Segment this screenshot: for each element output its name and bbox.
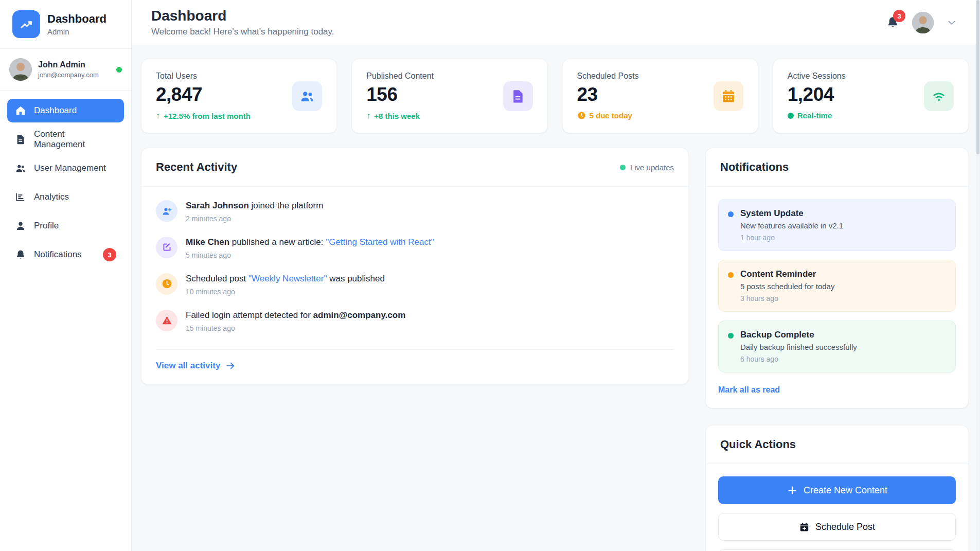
sidebar-item-content-management[interactable]: Content Management xyxy=(7,128,124,151)
notification-item: Backup Complete Daily backup finished su… xyxy=(718,321,956,372)
activity-text: was published xyxy=(327,274,384,283)
stat-delta: Real-time xyxy=(797,111,832,120)
stat-delta: +8 this week xyxy=(374,112,420,120)
activity-text: Scheduled post xyxy=(186,274,248,283)
up-arrow-icon: ↑ xyxy=(156,111,160,120)
app-root: Dashboard Admin John Admin john@company.… xyxy=(0,0,980,551)
activity-text-bold: Mike Chen xyxy=(186,237,229,247)
sidebar-logo: Dashboard Admin xyxy=(0,0,131,49)
stat-label: Total Users xyxy=(156,72,251,81)
sidebar: Dashboard Admin John Admin john@company.… xyxy=(0,0,132,551)
stat-label: Active Sessions xyxy=(788,72,846,81)
notifications-count-badge: 3 xyxy=(103,248,116,261)
nav-label: User Management xyxy=(34,163,106,173)
notification-title: System Update xyxy=(740,208,843,219)
activity-text: joined the platform xyxy=(249,201,324,210)
notification-time: 6 hours ago xyxy=(740,355,857,363)
file-icon xyxy=(503,81,533,111)
page-title: Dashboard xyxy=(151,8,334,24)
bell-count-badge: 3 xyxy=(893,10,905,22)
schedule-post-button[interactable]: Schedule Post xyxy=(718,513,956,541)
sidebar-item-notifications[interactable]: Notifications 3 xyxy=(7,243,124,266)
activity-time: 15 minutes ago xyxy=(186,324,405,332)
notification-item: System Update New features available in … xyxy=(718,199,956,251)
app-logo xyxy=(12,10,40,38)
quick-actions-title: Quick Actions xyxy=(720,438,796,451)
arrow-right-icon xyxy=(225,361,236,371)
notification-title: Content Reminder xyxy=(740,269,834,279)
view-all-activity-link[interactable]: View all activity xyxy=(156,349,674,384)
stat-value: 1,204 xyxy=(788,84,846,105)
activity-text-bold: Sarah Johnson xyxy=(186,201,249,210)
vertical-scrollbar[interactable] xyxy=(976,0,980,551)
notifications-title: Notifications xyxy=(720,161,789,174)
app-title: Dashboard xyxy=(47,12,106,26)
user-plus-icon xyxy=(156,200,177,222)
quick-actions-panel: Quick Actions Create New Content Schedul… xyxy=(705,425,969,551)
sidebar-item-user-management[interactable]: User Management xyxy=(7,156,124,180)
stat-label: Scheduled Posts xyxy=(577,72,639,81)
view-all-activity-label: View all activity xyxy=(156,361,220,371)
stats-row: Total Users 2,847 ↑ +12.5% from last mon… xyxy=(141,59,969,133)
notifications-panel: Notifications System Update New features… xyxy=(705,148,969,408)
calendar-icon xyxy=(714,81,743,111)
mark-all-as-read-link[interactable]: Mark all as read xyxy=(706,383,968,408)
sidebar-item-profile[interactable]: Profile xyxy=(7,214,124,238)
stat-value: 156 xyxy=(366,84,434,105)
up-arrow-icon: ↑ xyxy=(366,111,370,120)
live-dot xyxy=(620,165,626,170)
sidebar-user-card[interactable]: John Admin john@company.com xyxy=(0,49,131,91)
activity-item: Scheduled post "Weekly Newsletter" was p… xyxy=(156,273,674,296)
notification-description: 5 posts scheduled for today xyxy=(740,282,834,291)
stat-delta: 5 due today xyxy=(590,111,632,120)
activity-text: Failed login attempt detected for xyxy=(186,310,313,320)
nav-label: Profile xyxy=(34,221,59,231)
nav-label: Analytics xyxy=(34,192,69,202)
users-icon xyxy=(292,81,322,111)
notification-item: Content Reminder 5 posts scheduled for t… xyxy=(718,260,956,312)
create-new-content-button[interactable]: Create New Content xyxy=(718,476,956,504)
alert-triangle-icon xyxy=(156,310,177,331)
calendar-plus-icon xyxy=(799,522,810,532)
scrollbar-thumb[interactable] xyxy=(976,0,979,154)
activity-item: Failed login attempt detected for admin@… xyxy=(156,310,674,332)
live-updates-indicator: Live updates xyxy=(620,163,674,172)
user-name: John Admin xyxy=(38,60,99,69)
sidebar-nav: Dashboard Content Management User Manage… xyxy=(0,91,131,275)
bell-icon xyxy=(15,249,26,260)
panels-grid: Recent Activity Live updates xyxy=(141,148,969,551)
activity-link[interactable]: "Weekly Newsletter" xyxy=(248,274,327,283)
notifications-bell-button[interactable]: 3 xyxy=(886,15,900,29)
document-icon xyxy=(15,134,26,145)
chevron-down-icon xyxy=(946,17,957,28)
notification-dot xyxy=(728,333,734,339)
stat-value: 2,847 xyxy=(156,84,251,105)
stat-card-total-users: Total Users 2,847 ↑ +12.5% from last mon… xyxy=(141,59,337,133)
activity-item: Mike Chen published a new article: "Gett… xyxy=(156,237,674,259)
users-icon xyxy=(15,163,26,174)
sidebar-item-dashboard[interactable]: Dashboard xyxy=(7,99,124,122)
button-label: Schedule Post xyxy=(815,522,875,532)
notification-time: 1 hour ago xyxy=(740,234,843,242)
nav-label: Notifications xyxy=(34,250,82,260)
sidebar-item-analytics[interactable]: Analytics xyxy=(7,185,124,209)
user-email: john@company.com xyxy=(38,71,99,79)
recent-activity-title: Recent Activity xyxy=(156,161,237,174)
nav-label: Content Management xyxy=(34,129,116,150)
activity-time: 5 minutes ago xyxy=(186,251,434,259)
right-column: Notifications System Update New features… xyxy=(705,148,969,551)
stat-value: 23 xyxy=(577,84,639,105)
plus-icon xyxy=(787,485,798,496)
chart-line-icon xyxy=(19,17,33,31)
live-updates-label: Live updates xyxy=(630,163,674,172)
stat-label: Published Content xyxy=(366,72,434,81)
recent-activity-panel: Recent Activity Live updates xyxy=(141,148,689,385)
activity-time: 2 minutes ago xyxy=(186,215,323,223)
nav-label: Dashboard xyxy=(34,105,77,116)
activity-item: Sarah Johnson joined the platform 2 minu… xyxy=(156,200,674,223)
top-header: Dashboard Welcome back! Here's what's ha… xyxy=(132,0,980,45)
activity-link[interactable]: "Getting Started with React" xyxy=(326,237,434,247)
header-avatar[interactable] xyxy=(912,12,934,33)
page-content: Total Users 2,847 ↑ +12.5% from last mon… xyxy=(132,45,980,551)
profile-menu-toggle[interactable] xyxy=(946,17,957,28)
